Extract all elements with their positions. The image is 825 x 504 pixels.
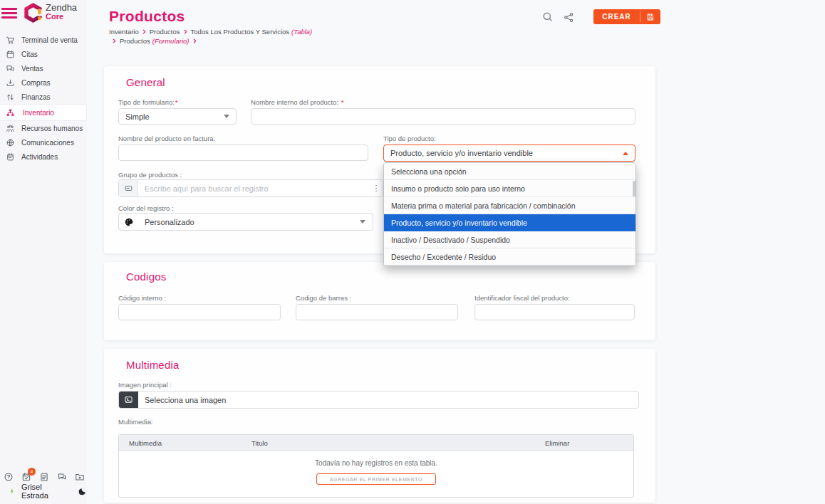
nombre-factura-input[interactable] [118,145,368,161]
caret-down-icon [360,220,365,224]
chevron-right-icon [112,37,117,45]
breadcrumb-item[interactable]: Todos Los Productos Y Servicios [191,28,290,36]
app-window: Zendha Core Terminal de venta Citas Vent… [0,0,825,504]
cart-icon [6,36,15,45]
breadcrumb-tag: (Tabla) [291,28,312,36]
tipo-formulario-select[interactable]: Simple [118,108,237,125]
search-icon[interactable] [541,11,554,26]
sidebar-item-recursos-humanos[interactable]: Recursos humanos [0,121,87,135]
field-label-nombre-factura: Nombre del producto en factura: [118,135,215,142]
field-label-multimedia-tabla: Multimedia: [118,418,153,426]
breadcrumb-item[interactable]: Productos [120,37,150,45]
grupo-productos-search-field: ⋮ [118,179,383,197]
breadcrumb-line-1: InventarioProductosTodos Los Productos Y… [109,28,312,36]
field-label-tipo-producto: Tipo de producto: [383,135,436,142]
page-title: Productos [109,8,185,25]
sidebar-item-terminal-de-venta[interactable]: Terminal de venta [0,33,87,47]
dropdown-option[interactable]: Insumo o producto solo para uso interno [384,180,635,197]
user-name[interactable]: Grisel Estrada [21,483,71,500]
agenda-icon[interactable]: 4 [21,472,31,482]
breadcrumb-line-2: Productos(Formulario) [109,37,200,45]
image-icon[interactable] [119,392,138,408]
calendar-icon [6,50,15,59]
multimedia-table: Multimedia Titulo Eliminar Todavía no ha… [118,434,634,498]
field-label-imagen-principal: Imagen principal : [118,381,172,389]
sidebar-item-compras[interactable]: Compras [0,75,87,90]
caret-up-icon [623,152,628,155]
add-first-element-button[interactable]: AGREGAR EL PRIMER ELEMENTO [316,473,436,485]
brand-sub: Core [46,13,77,21]
zendha-logo-icon [24,2,43,23]
brand-name: Zendha [46,3,77,13]
sidebar-item-inventario[interactable]: Inventario [0,104,87,121]
imagen-principal-field[interactable]: Selecciona una imagen [118,391,639,409]
share-icon[interactable] [563,11,575,26]
sidebar-item-label: Inventario [23,109,54,117]
dropdown-option-selected[interactable]: Producto, servicio y/o inventario vendib… [384,214,635,231]
document-icon[interactable] [39,472,49,482]
chat-icon[interactable] [57,472,67,482]
tasks-icon [6,152,15,162]
notification-badge: 4 [28,468,36,476]
field-label-grupo-productos: Grupo de productos : [118,171,182,179]
codigo-interno-input[interactable] [118,304,281,320]
field-label-identificador-fiscal: Identificador fiscal del producto: [474,294,570,302]
required-marker: * [175,98,178,106]
dropdown-option[interactable]: Desecho / Excedente / Residuo [384,248,635,266]
tipo-producto-value: Producto, servicio y/o inventario vendib… [390,149,533,157]
dropdown-option[interactable]: Selecciona una opción [384,163,635,180]
field-label-color-registro: Color del registro : [118,204,174,212]
sidebar-user-row: Grisel Estrada [0,483,87,500]
sidebar-item-label: Citas [21,51,38,58]
table-header-row: Multimedia Titulo Eliminar [119,435,633,451]
sidebar-item-label: Finanzas [21,93,51,101]
sidebar-item-comunicaciones[interactable]: Comunicaciones [0,135,87,149]
field-label-nombre-interno: Nombre interno del producto: * [251,98,343,106]
save-icon[interactable] [640,13,660,21]
nombre-interno-input[interactable] [251,108,635,125]
dark-mode-moon-icon[interactable] [78,487,87,496]
sidebar-item-actividades[interactable]: Actividades [0,149,87,164]
section-heading: Multimedia [126,359,180,371]
dropdown-option[interactable]: Inactivo / Desactivado / Suspendido [384,231,635,248]
record-card-icon[interactable] [119,180,138,196]
folder-upload-icon[interactable] [75,472,85,482]
caret-down-icon [224,115,229,118]
chevron-right-icon [192,37,197,45]
people-icon [6,124,15,133]
create-button[interactable]: CREAR [593,9,660,24]
codigo-barras-input[interactable] [296,304,458,320]
tipo-producto-select[interactable]: Producto, servicio y/o inventario vendib… [383,145,635,162]
tipo-producto-dropdown: Selecciona una opción Insumo o producto … [383,162,636,266]
sidebar: Zendha Core Terminal de venta Citas Vent… [0,0,87,504]
dropdown-scrollbar-thumb[interactable] [633,181,636,196]
hamburger-menu-icon[interactable] [0,6,19,23]
breadcrumb-item[interactable]: Inventario [109,28,139,36]
field-label-codigo-barras: Codigo de barras : [296,294,351,302]
sidebar-footer-icons: 4 [0,472,87,482]
color-registro-select[interactable]: Personalizado [118,213,373,231]
sidebar-item-finanzas[interactable]: Finanzas [0,90,87,104]
table-empty-message: Todavía no hay registros en esta tabla. [119,459,633,467]
palette-icon [119,214,138,230]
column-header-multimedia: Multimedia [129,439,162,447]
sidebar-item-citas[interactable]: Citas [0,47,87,61]
chevron-right-icon [183,28,188,36]
dropdown-option[interactable]: Materia prima o material para fabricació… [384,197,635,214]
sidebar-item-label: Ventas [21,65,43,73]
grupo-productos-search-input[interactable] [138,180,370,196]
sales-chat-icon [6,64,15,73]
sidebar-menu: Terminal de venta Citas Ventas Compras F… [0,33,87,164]
create-button-label: CREAR [593,13,640,21]
identificador-fiscal-input[interactable] [474,304,635,320]
section-heading: Codigos [126,271,166,283]
sidebar-item-ventas[interactable]: Ventas [0,61,87,75]
breadcrumb-item[interactable]: Productos [150,28,180,36]
section-heading: General [126,76,165,88]
help-icon[interactable] [4,472,14,482]
color-registro-value: Personalizado [138,214,360,230]
breadcrumb-tag: (Formulario) [152,37,190,45]
sidebar-item-label: Terminal de venta [21,36,78,44]
more-options-dots-icon[interactable]: ⋮ [370,180,383,196]
sidebar-item-label: Comunicaciones [21,139,74,147]
